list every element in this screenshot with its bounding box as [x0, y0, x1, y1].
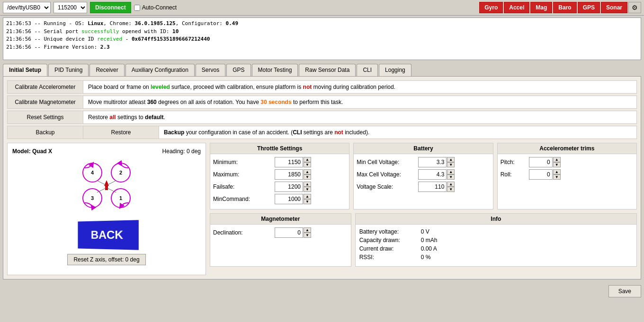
- backup-button[interactable]: Backup: [8, 126, 83, 139]
- port-select[interactable]: /dev/ttyUSB0: [3, 2, 51, 13]
- gyro-button[interactable]: Gyro: [479, 2, 503, 13]
- mag-button[interactable]: Mag: [530, 2, 552, 13]
- rssi-value: 0 %: [421, 254, 431, 261]
- declination-down[interactable]: ▼: [304, 233, 311, 238]
- battery-body: Min Cell Voltage: ▲ ▼ Max Cell Voltage:: [354, 154, 492, 197]
- battery-min-input[interactable]: [418, 157, 447, 167]
- roll-input[interactable]: [529, 169, 553, 180]
- backup-row: Backup Restore Backup your configuration…: [7, 126, 637, 139]
- reset-z-button[interactable]: Reset Z axis, offset: 0 deg: [67, 254, 145, 265]
- tab-logging[interactable]: Logging: [379, 64, 411, 76]
- tab-gps[interactable]: GPS: [226, 64, 250, 76]
- throttle-max-down[interactable]: ▼: [304, 174, 311, 180]
- calibrate-mag-button[interactable]: Calibrate Magnetometer: [8, 96, 83, 108]
- throttle-max-input[interactable]: [275, 169, 303, 180]
- tab-raw-sensor-data[interactable]: Raw Sensor Data: [299, 64, 356, 76]
- calibrate-accel-text: Place board or frame on leveled surface,…: [83, 81, 400, 93]
- disconnect-button[interactable]: Disconnect: [90, 2, 131, 13]
- pitch-row: Pitch: ▲ ▼: [501, 157, 634, 167]
- roll-up[interactable]: ▲: [553, 169, 561, 174]
- throttle-min-label: Minimum:: [213, 159, 275, 165]
- accel-trims-title: Accelerometer trims: [498, 143, 636, 154]
- save-button[interactable]: Save: [608, 285, 641, 297]
- sonar-button[interactable]: Sonar: [601, 2, 627, 13]
- info-body: Battery voltage: 0 V Capacity drawn: 0 m…: [356, 225, 636, 266]
- battery-max-row: Max Cell Voltage: ▲ ▼: [357, 169, 490, 180]
- battery-min-down[interactable]: ▼: [447, 162, 455, 167]
- throttle-failsafe-spinner: ▲ ▼: [275, 182, 311, 192]
- roll-spinner: ▲ ▼: [529, 169, 561, 180]
- throttle-mincommand-input[interactable]: [275, 194, 303, 204]
- capacity-drawn-value: 0 mAh: [421, 237, 438, 244]
- sensor-buttons: Gyro Accel Mag Baro GPS Sonar ⚙: [479, 2, 641, 13]
- battery-max-up[interactable]: ▲: [447, 169, 455, 174]
- throttle-mincommand-down[interactable]: ▼: [304, 199, 311, 204]
- pitch-up[interactable]: ▲: [553, 157, 561, 162]
- throttle-failsafe-up[interactable]: ▲: [304, 182, 311, 187]
- throttle-title: Throttle Settings: [210, 143, 349, 154]
- log-line-4: 21:36:56 -- Firmware Version: 2.3: [6, 44, 638, 52]
- declination-input[interactable]: [275, 227, 303, 238]
- battery-scale-input[interactable]: [418, 182, 447, 192]
- restore-button[interactable]: Restore: [83, 126, 159, 139]
- battery-min-up[interactable]: ▲: [447, 157, 455, 162]
- gps-button[interactable]: GPS: [578, 2, 600, 13]
- rssi-label: RSSI:: [359, 254, 421, 261]
- throttle-min-row: Minimum: ▲ ▼: [213, 157, 346, 167]
- current-draw-value: 0.00 A: [421, 245, 437, 252]
- throttle-min-up[interactable]: ▲: [304, 157, 311, 162]
- throttle-mincommand-row: MinCommand: ▲ ▼: [213, 194, 346, 204]
- main-content: Calibrate Accelerometer Place board or f…: [3, 76, 641, 279]
- panels-top: Throttle Settings Minimum: ▲ ▼: [210, 143, 637, 209]
- tab-initial-setup[interactable]: Initial Setup: [3, 64, 47, 76]
- throttle-mincommand-label: MinCommand:: [213, 196, 275, 202]
- pitch-input[interactable]: [529, 157, 553, 167]
- baro-button[interactable]: Baro: [553, 2, 576, 13]
- tab-auxiliary-configuration[interactable]: Auxiliary Configuration: [125, 64, 195, 76]
- battery-max-input[interactable]: [418, 169, 447, 180]
- reset-settings-button[interactable]: Reset Settings: [8, 111, 83, 123]
- throttle-max-up[interactable]: ▲: [304, 169, 311, 174]
- log-area: 21:36:53 -- Running - OS: Linux, Chrome:…: [3, 17, 641, 60]
- pitch-down[interactable]: ▼: [553, 162, 561, 167]
- throttle-failsafe-down[interactable]: ▼: [304, 187, 311, 192]
- declination-up[interactable]: ▲: [304, 227, 311, 233]
- battery-max-down[interactable]: ▼: [447, 174, 455, 180]
- accel-trims-body: Pitch: ▲ ▼ Roll:: [498, 154, 636, 184]
- pitch-spinner: ▲ ▼: [529, 157, 561, 167]
- accel-trims-panel: Accelerometer trims Pitch: ▲ ▼: [497, 143, 637, 209]
- roll-down[interactable]: ▼: [553, 174, 561, 180]
- backup-text: Backup your configuration in case of an …: [159, 126, 374, 139]
- auto-connect-checkbox[interactable]: [134, 5, 140, 11]
- throttle-min-input[interactable]: [275, 157, 303, 167]
- battery-scale-up[interactable]: ▲: [447, 182, 455, 187]
- tab-servos[interactable]: Servos: [196, 64, 225, 76]
- quad-svg: 4 2 3 1: [78, 159, 135, 211]
- settings-gear-button[interactable]: ⚙: [628, 2, 641, 13]
- battery-max-btns: ▲ ▼: [447, 169, 455, 180]
- tab-motor-testing[interactable]: Motor Testing: [252, 64, 298, 76]
- model-title: Model: Quad X: [12, 148, 52, 155]
- calibrate-accel-button[interactable]: Calibrate Accelerometer: [8, 81, 83, 93]
- battery-scale-down[interactable]: ▼: [447, 187, 455, 192]
- tab-bar: Initial Setup PID Tuning Receiver Auxili…: [0, 62, 644, 76]
- throttle-failsafe-input[interactable]: [275, 182, 303, 192]
- throttle-mincommand-up[interactable]: ▲: [304, 194, 311, 199]
- capacity-drawn-row: Capacity drawn: 0 mAh: [359, 237, 633, 244]
- throttle-min-down[interactable]: ▼: [304, 162, 311, 167]
- svg-line-10: [97, 181, 107, 185]
- tab-pid-tuning[interactable]: PID Tuning: [48, 64, 89, 76]
- throttle-mincommand-btns: ▲ ▼: [304, 194, 311, 204]
- accel-button[interactable]: Accel: [504, 2, 529, 13]
- tab-receiver[interactable]: Receiver: [89, 64, 124, 76]
- quad-diagram: 4 2 3 1: [12, 159, 201, 211]
- baud-select[interactable]: 115200: [54, 2, 87, 13]
- svg-text:4: 4: [91, 170, 94, 175]
- back-image: BACK: [78, 220, 138, 250]
- battery-scale-spinner: ▲ ▼: [418, 182, 455, 192]
- tab-cli[interactable]: CLI: [357, 64, 378, 76]
- log-line-3: 21:36:56 -- Unique device ID received - …: [6, 35, 638, 44]
- heading-text: Heading: 0 deg: [162, 148, 201, 155]
- current-draw-label: Current draw:: [359, 245, 421, 252]
- battery-max-spinner: ▲ ▼: [418, 169, 455, 180]
